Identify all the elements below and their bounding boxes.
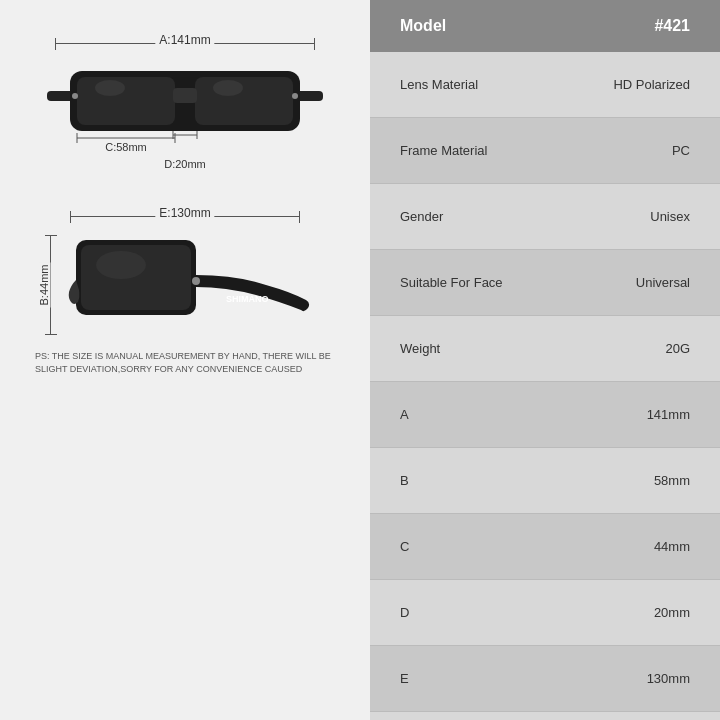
spec-row-value: 141mm bbox=[647, 407, 690, 422]
spec-row-key: D bbox=[400, 605, 409, 620]
spec-row-value: PC bbox=[672, 143, 690, 158]
glasses-side-svg: SHIMANO bbox=[66, 230, 316, 340]
spec-row: A141mm bbox=[370, 382, 720, 448]
spec-row-key: A bbox=[400, 407, 409, 422]
spec-table: Model #421 Lens MaterialHD PolarizedFram… bbox=[370, 0, 720, 720]
svg-rect-3 bbox=[77, 77, 175, 125]
spec-row-key: Lens Material bbox=[400, 77, 478, 92]
spec-row-value: 58mm bbox=[654, 473, 690, 488]
spec-rows-container: Lens MaterialHD PolarizedFrame MaterialP… bbox=[370, 52, 720, 712]
spec-row-key: Gender bbox=[400, 209, 443, 224]
spec-row-value: 44mm bbox=[654, 539, 690, 554]
spec-row-value: Universal bbox=[636, 275, 690, 290]
spec-row-key: Frame Material bbox=[400, 143, 487, 158]
ps-note: PS: THE SIZE IS MANUAL MEASUREMENT BY HA… bbox=[25, 350, 345, 375]
spec-row-value: 130mm bbox=[647, 671, 690, 686]
dim-b-col: B:44mm bbox=[40, 235, 62, 335]
spec-row-key: C bbox=[400, 539, 409, 554]
spec-row-value: HD Polarized bbox=[613, 77, 690, 92]
spec-row: Weight20G bbox=[370, 316, 720, 382]
dim-e-label: E:130mm bbox=[155, 206, 214, 220]
dim-b-label: B:44mm bbox=[38, 263, 50, 308]
spec-row: Frame MaterialPC bbox=[370, 118, 720, 184]
spec-row: B58mm bbox=[370, 448, 720, 514]
svg-point-7 bbox=[213, 80, 243, 96]
spec-row: Lens MaterialHD Polarized bbox=[370, 52, 720, 118]
spec-row: Suitable For FaceUniversal bbox=[370, 250, 720, 316]
svg-rect-5 bbox=[173, 88, 197, 103]
svg-point-8 bbox=[72, 93, 78, 99]
svg-text:D:20mm: D:20mm bbox=[164, 158, 206, 170]
spec-row-key: Weight bbox=[400, 341, 440, 356]
brand-text: SHIMANO bbox=[226, 294, 269, 304]
svg-rect-4 bbox=[195, 77, 293, 125]
right-panel: Model #421 Lens MaterialHD PolarizedFram… bbox=[370, 0, 720, 720]
svg-text:C:58mm: C:58mm bbox=[105, 141, 147, 153]
header-col2: #421 bbox=[654, 17, 690, 35]
svg-point-21 bbox=[192, 277, 200, 285]
spec-row: GenderUnisex bbox=[370, 184, 720, 250]
spec-header: Model #421 bbox=[370, 0, 720, 52]
glasses-top-svg: C:58mm D:20mm bbox=[45, 53, 325, 193]
svg-point-20 bbox=[96, 251, 146, 279]
dim-e-row: E:130mm bbox=[70, 208, 300, 226]
dim-a-label: A:141mm bbox=[155, 33, 214, 47]
spec-row-key: E bbox=[400, 671, 409, 686]
svg-point-6 bbox=[95, 80, 125, 96]
spec-row-key: B bbox=[400, 473, 409, 488]
spec-row-value: Unisex bbox=[650, 209, 690, 224]
side-view-row: B:44mm SHIMANO bbox=[40, 230, 330, 340]
side-diagram-wrapper: E:130mm B:44mm bbox=[25, 208, 345, 340]
spec-row-value: 20mm bbox=[654, 605, 690, 620]
spec-row: C44mm bbox=[370, 514, 720, 580]
spec-row: D20mm bbox=[370, 580, 720, 646]
spec-row-key: Suitable For Face bbox=[400, 275, 503, 290]
left-panel: A:141mm C bbox=[0, 0, 370, 720]
header-col1: Model bbox=[400, 17, 446, 35]
spec-row: E130mm bbox=[370, 646, 720, 712]
dim-a-row: A:141mm bbox=[55, 35, 315, 53]
svg-point-9 bbox=[292, 93, 298, 99]
spec-row-value: 20G bbox=[665, 341, 690, 356]
top-diagram-wrapper: A:141mm C bbox=[25, 35, 345, 193]
